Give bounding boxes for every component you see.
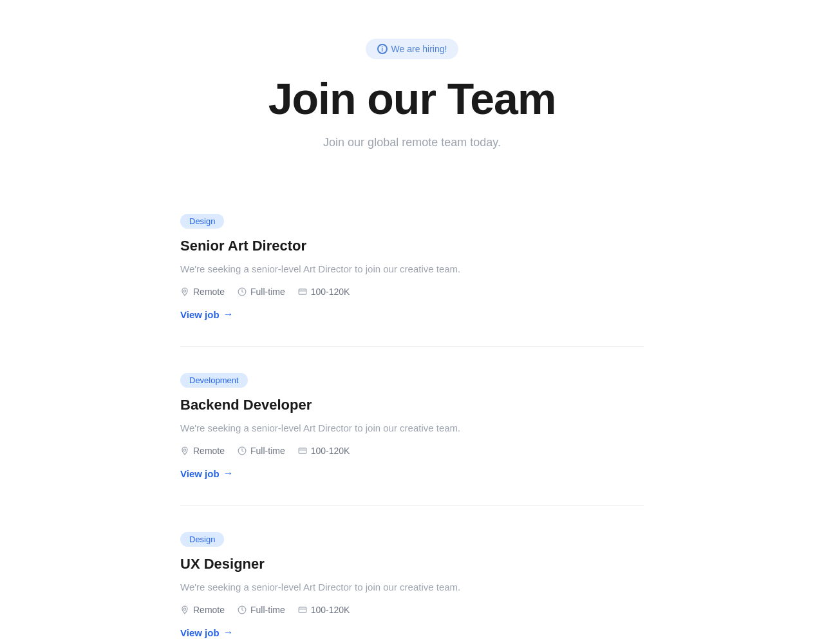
job-item: Development Backend Developer We're seek… [180, 347, 644, 506]
job-title: UX Designer [180, 556, 644, 573]
job-salary: 100-120K [298, 287, 350, 297]
job-category-badge: Design [180, 214, 224, 229]
location-icon [180, 605, 189, 614]
salary-icon [298, 446, 307, 455]
salary-icon [298, 287, 307, 296]
view-job-link[interactable]: View job → [180, 468, 234, 479]
job-description: We're seeking a senior-level Art Directo… [180, 580, 644, 595]
job-category-badge: Development [180, 373, 248, 388]
clock-icon [238, 446, 247, 455]
job-type: Full-time [238, 287, 285, 297]
location-icon [180, 287, 189, 296]
clock-icon [238, 605, 247, 614]
view-job-label: View job [180, 627, 220, 638]
clock-icon [238, 287, 247, 296]
job-meta: Remote Full-time 100-120K [180, 287, 644, 297]
info-icon: i [377, 44, 388, 54]
job-description: We're seeking a senior-level Art Directo… [180, 421, 644, 436]
hero-section: i We are hiring! Join our Team Join our … [180, 39, 644, 149]
arrow-icon: → [223, 308, 234, 320]
svg-point-0 [183, 290, 186, 292]
job-item: Design Senior Art Director We're seeking… [180, 188, 644, 347]
arrow-icon: → [223, 627, 234, 638]
view-job-link[interactable]: View job → [180, 627, 234, 638]
job-location: Remote [180, 605, 225, 615]
svg-rect-10 [299, 607, 306, 612]
job-description: We're seeking a senior-level Art Directo… [180, 262, 644, 277]
hiring-badge-text: We are hiring! [391, 44, 447, 54]
job-meta: Remote Full-time 100-120K [180, 605, 644, 615]
view-job-link[interactable]: View job → [180, 308, 234, 320]
job-salary: 100-120K [298, 446, 350, 456]
svg-rect-2 [299, 289, 306, 294]
job-type: Full-time [238, 446, 285, 456]
job-type: Full-time [238, 605, 285, 615]
job-category-badge: Design [180, 532, 224, 547]
job-salary: 100-120K [298, 605, 350, 615]
job-meta: Remote Full-time 100-120K [180, 446, 644, 456]
salary-icon [298, 605, 307, 614]
svg-point-8 [183, 608, 186, 611]
arrow-icon: → [223, 468, 234, 479]
job-title: Backend Developer [180, 397, 644, 413]
location-icon [180, 446, 189, 455]
view-job-label: View job [180, 309, 220, 320]
svg-point-4 [183, 449, 186, 451]
hiring-badge: i We are hiring! [366, 39, 459, 59]
job-location: Remote [180, 446, 225, 456]
page-wrapper: i We are hiring! Join our Team Join our … [154, 0, 670, 644]
job-item: Design UX Designer We're seeking a senio… [180, 506, 644, 644]
jobs-list: Design Senior Art Director We're seeking… [180, 188, 644, 644]
job-title: Senior Art Director [180, 238, 644, 254]
svg-rect-6 [299, 448, 306, 453]
job-location: Remote [180, 287, 225, 297]
page-title: Join our Team [180, 75, 644, 123]
page-subtitle: Join our global remote team today. [180, 136, 644, 149]
view-job-label: View job [180, 468, 220, 479]
